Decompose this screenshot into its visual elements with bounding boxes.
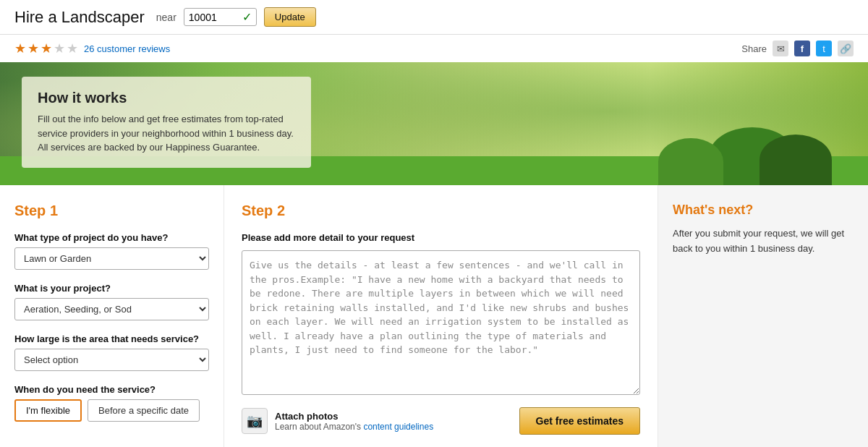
share-label: Share [741,43,767,54]
share-area: Share ✉ f t 🔗 [741,41,854,56]
star-1: ★ [14,41,26,56]
step2-title: Step 2 [242,203,640,219]
specific-date-button[interactable]: Before a specific date [88,399,200,422]
step1-title: Step 1 [14,203,209,219]
attach-info: Attach photos Learn about Amazon's conte… [275,411,433,432]
date-label: When do you need the service? [14,384,209,395]
update-button[interactable]: Update [264,7,316,27]
project-type-label: What type of project do you have? [14,232,209,243]
star-3: ★ [41,41,52,56]
camera-icon[interactable]: 📷 [242,408,268,434]
bush-decoration-2 [658,138,723,185]
hero-banner: How it works Fill out the info below and… [0,62,868,185]
zip-check-icon: ✓ [242,10,252,24]
project-type-select[interactable]: Lawn or Garden Trees and Shrubs Irrigati… [14,247,209,270]
date-group: When do you need the service? I'm flexib… [14,384,209,422]
project-select[interactable]: Aeration, Seeding, or Sod Mowing Fertili… [14,298,209,320]
how-it-works-box: How it works Fill out the info below and… [22,77,311,168]
mail-share-icon[interactable]: ✉ [773,41,788,56]
whats-next-text: After you submit your request, we will g… [673,226,854,257]
attach-row: 📷 Attach photos Learn about Amazon's con… [242,407,640,435]
attach-title: Attach photos [275,411,433,422]
area-group: How large is the area that needs service… [14,333,209,371]
date-buttons: I'm flexible Before a specific date [14,399,209,422]
project-type-group: What type of project do you have? Lawn o… [14,232,209,270]
attach-sub: Learn about Amazon's content guidelines [275,422,433,432]
star-rating: ★ ★ ★ ★ ★ [14,41,78,56]
step2-panel: Step 2 Please add more detail to your re… [224,185,658,447]
project-label: What is your project? [14,283,209,294]
top-header: Hire a Landscaper near ✓ Update [0,0,868,35]
bush-decoration-3 [760,135,832,185]
area-label: How large is the area that needs service… [14,333,209,344]
how-it-works-title: How it works [38,90,295,106]
get-estimates-button[interactable]: Get free estimates [519,407,640,435]
whats-next-panel: What's next? After you submit your reque… [658,185,868,447]
project-group: What is your project? Aeration, Seeding,… [14,283,209,320]
detail-textarea[interactable]: Give us the details - at least a few sen… [242,250,640,395]
whats-next-title: What's next? [673,203,854,218]
step1-panel: Step 1 What type of project do you have?… [0,185,224,447]
how-it-works-text: Fill out the info below and get free est… [38,112,295,155]
star-2: ★ [27,41,39,56]
flexible-button[interactable]: I'm flexible [14,399,82,422]
area-select[interactable]: Select option Less than 1,000 sq ft 1,00… [14,349,209,371]
near-label: near [156,12,176,23]
link-share-icon[interactable]: 🔗 [838,41,854,56]
facebook-share-icon[interactable]: f [794,41,810,56]
page-title: Hire a Landscaper [14,8,145,27]
main-content: Step 1 What type of project do you have?… [0,185,868,447]
attach-left: 📷 Attach photos Learn about Amazon's con… [242,408,433,434]
content-guidelines-link[interactable]: content guidelines [363,422,433,432]
star-5: ★ [67,41,78,56]
twitter-share-icon[interactable]: t [816,41,832,56]
reviews-link[interactable]: 26 customer reviews [84,43,170,54]
attach-sub-text: Learn about Amazon's [275,422,361,432]
zip-input-wrapper: ✓ [184,8,257,26]
stars-row: ★ ★ ★ ★ ★ 26 customer reviews Share ✉ f … [0,35,868,62]
stars-left: ★ ★ ★ ★ ★ 26 customer reviews [14,41,170,56]
step2-detail-label: Please add more detail to your request [242,232,640,243]
star-4: ★ [54,41,65,56]
zip-input[interactable] [189,12,239,23]
